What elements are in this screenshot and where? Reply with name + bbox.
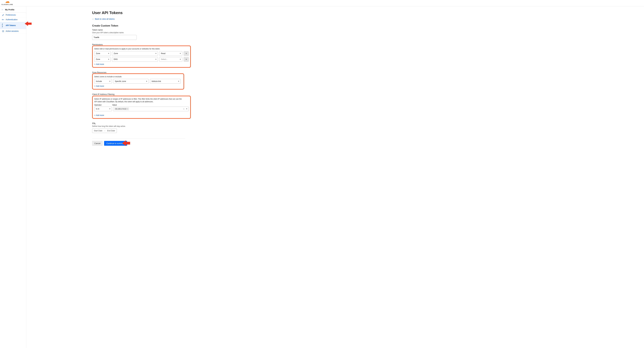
ttl-help: Define how long this token will stay act…	[92, 125, 185, 128]
cloud-icon	[4, 1, 10, 4]
back-to-all-tokens-link[interactable]: ← Back to view all tokens	[92, 18, 115, 20]
caret-down-icon: ▼	[109, 108, 110, 110]
permission-scope-select[interactable]: Zone ▼	[94, 57, 111, 62]
ip-add-more-link[interactable]: + Add more	[94, 114, 104, 116]
plus-icon: +	[94, 63, 95, 65]
pointer-arrow-icon	[122, 140, 130, 146]
permissions-heading: Permissions	[92, 43, 185, 46]
zone-add-more-link[interactable]: + Add more	[94, 85, 104, 87]
caret-down-icon: ▼	[180, 53, 181, 54]
ip-filter-help: Select IP addresses or ranges of IP addr…	[94, 98, 184, 103]
top-header: CLOUDFLARE	[0, 0, 644, 6]
select-value: Include	[96, 80, 102, 82]
plus-icon: +	[94, 114, 95, 116]
sidebar-item-active-sessions[interactable]: Active sessions	[0, 29, 26, 34]
zone-value-select[interactable]: bitdoze.link ▼	[150, 79, 181, 84]
sidebar-item-preferences[interactable]: Preferences	[0, 13, 26, 17]
zone-type-select[interactable]: Specific zone ▼	[113, 79, 149, 84]
zone-resources-heading: Zone Resources	[92, 71, 185, 74]
select-value: Zone	[96, 52, 100, 55]
zone-resources-highlight-box: Select zones to include or exclude. Incl…	[92, 73, 184, 90]
profile-title: My Profile	[5, 9, 14, 11]
operator-col-label: Operator	[94, 104, 111, 106]
permission-scope-select[interactable]: Zone ▼	[94, 51, 111, 56]
sidebar-item-api-tokens[interactable]: { } API Tokens	[0, 22, 26, 29]
permission-access-select[interactable]: Read ▼	[159, 51, 182, 56]
select-value: bitdoze.link	[152, 80, 161, 82]
permissions-highlight-box: Select edit or read permissions to apply…	[92, 46, 191, 68]
close-icon: ✕	[186, 58, 187, 61]
create-token-heading: Create Custom Token	[92, 24, 185, 27]
svg-point-0	[2, 19, 3, 20]
arrow-left-icon: ←	[2, 8, 4, 11]
permission-row: Zone ▼ Zone ▼ Read ▼ ✕	[94, 51, 189, 56]
permission-access-select[interactable]: Select... ▼	[159, 57, 182, 62]
permission-resource-select[interactable]: Zone ▼	[112, 51, 158, 56]
profile-back-link[interactable]: ← My Profile	[0, 7, 26, 13]
ip-filter-row: Is in ▼ 65.109.174.62 × × ▼	[94, 107, 189, 111]
ip-value-field[interactable]: 65.109.174.62 × × ▼	[113, 107, 189, 111]
sidebar-label: API Tokens	[6, 24, 16, 27]
ttl-heading: TTL	[92, 122, 185, 125]
back-link-text: Back to view all tokens	[95, 18, 115, 20]
cancel-button[interactable]: Cancel	[92, 141, 102, 146]
select-value: Specific zone	[115, 80, 126, 82]
permissions-add-more-link[interactable]: + Add more	[94, 63, 104, 65]
sidebar-item-authentication[interactable]: Authentication	[0, 17, 26, 22]
ip-chip-text: 65.109.174.62	[115, 108, 126, 110]
ttl-end: End Date	[107, 130, 115, 132]
add-more-text: Add more	[96, 114, 104, 116]
sidebar: ← My Profile Preferences Authentication …	[0, 6, 26, 348]
permissions-help: Select edit or read permissions to apply…	[94, 48, 189, 50]
caret-down-icon: ▼	[180, 59, 181, 60]
main-content: User API Tokens ← Back to view all token…	[26, 6, 644, 348]
brand-text: CLOUDFLARE	[2, 4, 13, 5]
ip-operator-select[interactable]: Is in ▼	[94, 107, 112, 111]
chip-remove-icon[interactable]: ×	[127, 108, 128, 110]
token-name-label: Token name	[92, 29, 185, 31]
remove-row-button[interactable]: ✕	[184, 51, 189, 56]
token-name-input[interactable]	[92, 35, 136, 40]
ip-filter-heading: Client IP Address Filtering	[92, 93, 185, 95]
plus-icon: +	[94, 85, 95, 87]
caret-down-icon: ▼	[155, 59, 156, 60]
select-placeholder: Select...	[161, 58, 168, 60]
select-value: Read	[161, 52, 166, 55]
page-title: User API Tokens	[92, 11, 185, 15]
remove-row-button[interactable]: ✕	[184, 57, 189, 62]
ip-chip: 65.109.174.62 ×	[114, 107, 129, 110]
arrow-left-icon: ←	[92, 18, 94, 20]
select-value: DNS	[114, 58, 118, 60]
permission-row: Zone ▼ DNS ▼ Select... ▼ ✕	[94, 57, 189, 62]
select-value: Zone	[96, 58, 100, 60]
clear-ip-icon[interactable]: ×	[183, 108, 185, 110]
select-value: Is in	[96, 108, 99, 110]
value-col-label: Value	[112, 104, 117, 106]
arrow-right-icon: →	[104, 130, 106, 132]
braces-icon: { }	[2, 23, 4, 28]
pencil-icon	[2, 14, 4, 16]
sidebar-label: Active sessions	[6, 30, 18, 32]
footer-actions: Cancel Continue to summary	[92, 141, 185, 146]
zone-resources-help: Select zones to include or exclude.	[94, 75, 182, 78]
caret-down-icon: ▼	[155, 53, 156, 54]
select-value: Zone	[114, 52, 118, 55]
permission-resource-select[interactable]: DNS ▼	[112, 57, 158, 62]
ttl-date-range-button[interactable]: Start Date → End Date	[92, 128, 117, 133]
token-name-help: Give your API token a descriptive name.	[92, 32, 185, 34]
sidebar-label: Preferences	[6, 14, 16, 16]
caret-down-icon: ▼	[178, 81, 179, 82]
zone-include-select[interactable]: Include ▼	[94, 79, 112, 84]
add-more-text: Add more	[96, 85, 104, 87]
close-icon: ✕	[186, 52, 187, 55]
ip-filter-highlight-box: Select IP addresses or ranges of IP addr…	[92, 96, 191, 119]
key-icon	[2, 19, 4, 20]
caret-down-icon[interactable]: ▼	[186, 108, 188, 110]
pointer-arrow-icon	[25, 21, 32, 26]
cancel-text: Cancel	[94, 142, 100, 144]
clock-icon	[2, 30, 4, 32]
sidebar-label: Authentication	[6, 19, 18, 21]
ttl-start: Start Date	[94, 130, 102, 132]
add-more-text: Add more	[96, 63, 104, 65]
brand-logo[interactable]: CLOUDFLARE	[2, 1, 13, 5]
